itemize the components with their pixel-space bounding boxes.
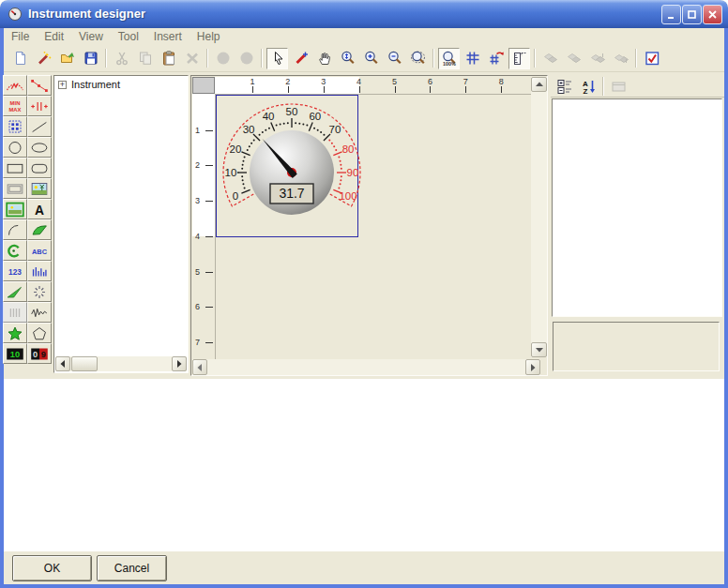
menu-tool[interactable]: Tool	[111, 28, 146, 45]
tool-select-region[interactable]	[3, 116, 27, 137]
menu-edit[interactable]: Edit	[37, 28, 71, 45]
alphabetical-button[interactable]: AZ	[577, 75, 599, 97]
save-button[interactable]	[80, 48, 101, 69]
tool-knob[interactable]	[3, 240, 27, 261]
horizontal-ruler: 12345678	[215, 77, 531, 95]
tool-bar-graph[interactable]	[27, 261, 52, 281]
title-bar[interactable]: Instrument designer	[0, 0, 728, 28]
pan-button[interactable]	[313, 48, 335, 69]
instrument-tree[interactable]: + Instrument	[53, 75, 189, 373]
tree-expander-icon[interactable]: +	[58, 81, 67, 89]
tool-polygon[interactable]	[27, 323, 52, 343]
toolbar-separator	[105, 49, 107, 68]
delete-button[interactable]	[181, 48, 203, 69]
menu-bar: FileEditViewToolInsertHelp	[4, 28, 724, 45]
zoom-window-button[interactable]	[407, 48, 429, 69]
tool-picture-frame[interactable]	[3, 199, 27, 219]
tool-panel[interactable]	[3, 178, 27, 199]
tool-numeric-123[interactable]: 123	[3, 261, 27, 281]
toolbar-separator	[602, 77, 604, 96]
tree-scroll-thumb[interactable]	[71, 356, 98, 371]
record-1-button[interactable]	[212, 48, 234, 69]
canvas-scroll-left-button[interactable]	[192, 359, 207, 375]
menu-help[interactable]: Help	[190, 28, 228, 45]
gauge-selection-rect[interactable]	[216, 95, 358, 237]
tool-strip-lines[interactable]	[3, 302, 27, 323]
vruler-tick	[205, 130, 213, 131]
tool-label-abc[interactable]: ABC	[27, 240, 52, 261]
canvas-hscroll-track[interactable]	[192, 359, 540, 375]
record-2-button[interactable]	[235, 48, 257, 69]
send-backward-button[interactable]	[610, 48, 631, 69]
canvas-vscroll-track[interactable]	[531, 77, 547, 357]
tool-digital-display-green[interactable]: 10	[3, 343, 27, 364]
cut-button[interactable]	[111, 48, 132, 69]
tool-star[interactable]	[3, 323, 27, 343]
send-to-back-button[interactable]	[563, 48, 584, 69]
ok-button[interactable]: OK	[12, 555, 92, 581]
paste-button[interactable]	[158, 48, 179, 69]
bring-to-front-button[interactable]	[539, 48, 561, 69]
copy-button[interactable]	[134, 48, 156, 69]
canvas-scroll-down-button[interactable]	[531, 342, 547, 357]
property-grid[interactable]	[552, 98, 722, 317]
ruler-button[interactable]	[508, 48, 530, 69]
tool-line[interactable]	[27, 116, 52, 137]
vruler-label: 1	[195, 126, 200, 135]
categorized-button[interactable]	[554, 75, 575, 97]
tree-scroll-right-button[interactable]	[172, 356, 187, 371]
tool-pie[interactable]	[27, 219, 52, 240]
open-button[interactable]	[56, 48, 78, 69]
tool-needle[interactable]	[3, 281, 27, 302]
vruler-tick	[205, 165, 213, 166]
menu-insert[interactable]: Insert	[146, 28, 190, 45]
zoom-in-button[interactable]	[360, 48, 382, 69]
canvas-scroll-up-button[interactable]	[531, 77, 547, 92]
canvas-scroll-right-button[interactable]	[525, 359, 540, 375]
select-button[interactable]	[266, 48, 288, 69]
tool-circle[interactable]	[3, 137, 27, 158]
tool-rounded-rectangle[interactable]	[27, 158, 52, 178]
tool-text[interactable]: A	[27, 199, 52, 219]
design-surface[interactable]: 010203040506070809010031.7	[215, 94, 531, 359]
vruler-tick	[205, 236, 213, 237]
apply-button[interactable]	[641, 48, 662, 69]
tool-spinner[interactable]	[27, 281, 52, 302]
tree-node-label: Instrument	[71, 79, 120, 90]
tool-digital-display-red[interactable]: 09	[27, 343, 52, 364]
canvas-vscrollbar[interactable]	[531, 77, 547, 357]
tree-hscrollbar[interactable]	[55, 356, 187, 371]
tree-scroll-left-button[interactable]	[55, 356, 70, 371]
zoom-100-button[interactable]: 100%	[438, 48, 460, 69]
zoom-extents-button[interactable]	[337, 48, 358, 69]
tool-ellipse[interactable]	[27, 137, 52, 158]
grid-rotate-button[interactable]	[485, 48, 507, 69]
menu-view[interactable]: View	[71, 28, 111, 45]
close-button[interactable]	[703, 5, 722, 24]
probe-button[interactable]	[290, 48, 311, 69]
grid-button[interactable]	[462, 48, 483, 69]
minimize-button[interactable]	[661, 5, 681, 24]
tree-node-instrument[interactable]: + Instrument	[54, 76, 188, 90]
tool-rectangle[interactable]	[3, 158, 27, 178]
tool-polyline[interactable]	[27, 75, 52, 96]
tool-arc[interactable]	[3, 219, 27, 240]
maximize-button[interactable]	[682, 5, 702, 24]
bring-forward-button[interactable]	[586, 48, 608, 69]
tool-waveform[interactable]	[27, 302, 52, 323]
wizard-button[interactable]	[33, 48, 54, 69]
hruler-label: 8	[499, 77, 504, 86]
tool-min-max[interactable]: MINMAX	[3, 96, 27, 116]
tool-insert-point[interactable]	[27, 96, 52, 116]
cancel-button[interactable]: Cancel	[97, 555, 167, 581]
zoom-out-button[interactable]	[384, 48, 405, 69]
tool-angular-gauge[interactable]	[3, 75, 27, 96]
window-border-right	[724, 28, 728, 588]
menu-file[interactable]: File	[4, 28, 37, 45]
hruler-tick	[465, 86, 466, 93]
canvas-hscrollbar[interactable]	[192, 359, 540, 375]
tool-image[interactable]	[27, 178, 52, 199]
new-button[interactable]	[9, 48, 31, 69]
toolbar-separator	[534, 49, 536, 68]
property-pages-button[interactable]	[608, 75, 629, 97]
